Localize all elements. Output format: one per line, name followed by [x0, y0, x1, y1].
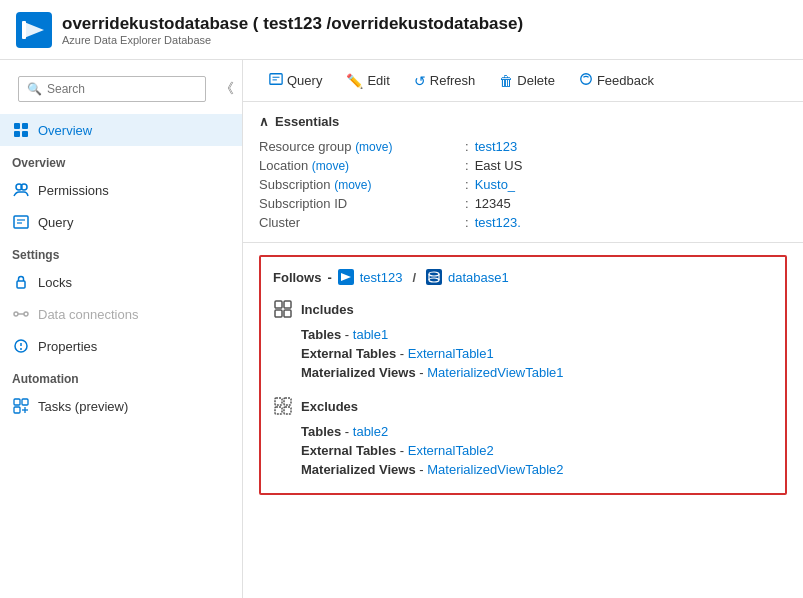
essentials-label-sub: Subscription (move) [259, 177, 459, 192]
excludes-block: Excludes Tables - table2 External Tables… [273, 396, 773, 477]
excludes-ext-tables-label: External Tables [301, 443, 396, 458]
sidebar-item-properties[interactable]: Properties [0, 330, 242, 362]
svg-point-18 [20, 348, 22, 350]
toolbar: Query ✏️ Edit ↺ Refresh 🗑 Delete [243, 60, 803, 102]
follows-header: Follows - test123 / [273, 269, 773, 285]
essentials-value-sub: Kusto_ [475, 177, 515, 192]
essentials-label-rg: Resource group (move) [259, 139, 459, 154]
essentials-value-subid: 12345 [475, 196, 511, 211]
essentials-chevron-icon: ∧ [259, 114, 269, 129]
svg-rect-5 [14, 131, 20, 137]
query-button[interactable]: Query [259, 68, 332, 93]
sub-value-link[interactable]: Kusto_ [475, 177, 515, 192]
move-link-rg[interactable]: (move) [355, 140, 392, 154]
move-link-sub[interactable]: (move) [334, 178, 371, 192]
excludes-tables-label: Tables [301, 424, 341, 439]
cluster-value-link[interactable]: test123. [475, 215, 521, 230]
excludes-header: Excludes [273, 396, 773, 416]
edit-icon: ✏️ [346, 73, 363, 89]
delete-button-label: Delete [517, 73, 555, 88]
permissions-icon [12, 181, 30, 199]
follows-path-separator: / [412, 270, 416, 285]
excludes-row-tables: Tables - table2 [273, 424, 773, 439]
sidebar-item-permissions-label: Permissions [38, 183, 109, 198]
svg-rect-40 [284, 398, 291, 405]
includes-row-external-tables: External Tables - ExternalTable1 [273, 346, 773, 361]
excludes-ext-tables-value[interactable]: ExternalTable2 [408, 443, 494, 458]
follows-db-link[interactable]: database1 [448, 270, 509, 285]
search-icon: 🔍 [27, 82, 42, 96]
excludes-mat-views-label: Materialized Views [301, 462, 416, 477]
essentials-label-subid: Subscription ID [259, 196, 459, 211]
app-header: overridekustodatabase ( test123 /overrid… [0, 0, 803, 60]
follows-label: Follows [273, 270, 321, 285]
follows-source-icon [338, 269, 354, 285]
edit-button[interactable]: ✏️ Edit [336, 69, 399, 93]
refresh-button-label: Refresh [430, 73, 476, 88]
svg-rect-6 [22, 131, 28, 137]
lock-icon [12, 273, 30, 291]
sidebar-item-overview[interactable]: Overview [0, 114, 242, 146]
includes-block: Includes Tables - table1 External Tables… [273, 299, 773, 380]
essentials-value-location: East US [475, 158, 523, 173]
includes-mat-views-value[interactable]: MaterializedViewTable1 [427, 365, 563, 380]
sidebar-section-automation: Automation [0, 362, 242, 390]
essentials-label-location: Location (move) [259, 158, 459, 173]
sidebar-item-data-connections-label: Data connections [38, 307, 138, 322]
move-link-location[interactable]: (move) [312, 159, 349, 173]
sidebar-section-overview: Overview [0, 146, 242, 174]
svg-rect-37 [275, 310, 282, 317]
collapse-sidebar-button[interactable]: 《 [216, 80, 238, 98]
header-text-group: overridekustodatabase ( test123 /overrid… [62, 14, 523, 46]
excludes-title: Excludes [301, 399, 358, 414]
query-icon [12, 213, 30, 231]
svg-rect-24 [270, 74, 282, 85]
svg-rect-41 [275, 407, 282, 414]
edit-button-label: Edit [367, 73, 389, 88]
properties-icon [12, 337, 30, 355]
sidebar-section-settings: Settings [0, 238, 242, 266]
includes-ext-tables-value[interactable]: ExternalTable1 [408, 346, 494, 361]
svg-rect-35 [275, 301, 282, 308]
svg-rect-9 [14, 216, 28, 228]
search-box[interactable]: 🔍 [18, 76, 206, 102]
excludes-icon [273, 396, 293, 416]
page-title: overridekustodatabase ( test123 /overrid… [62, 14, 523, 34]
rg-value-link[interactable]: test123 [475, 139, 518, 154]
feedback-icon [579, 72, 593, 89]
sidebar-item-query-label: Query [38, 215, 73, 230]
includes-tables-value[interactable]: table1 [353, 327, 388, 342]
sidebar-item-tasks-label: Tasks (preview) [38, 399, 128, 414]
delete-button[interactable]: 🗑 Delete [489, 69, 565, 93]
feedback-button[interactable]: Feedback [569, 68, 664, 93]
excludes-row-external-tables: External Tables - ExternalTable2 [273, 443, 773, 458]
svg-rect-38 [284, 310, 291, 317]
includes-row-tables: Tables - table1 [273, 327, 773, 342]
includes-row-materialized: Materialized Views - MaterializedViewTab… [273, 365, 773, 380]
search-input[interactable] [47, 82, 197, 96]
page-subtitle: Azure Data Explorer Database [62, 34, 523, 46]
svg-point-14 [24, 312, 28, 316]
essentials-row-rg: Resource group (move) : test123 [259, 139, 787, 154]
svg-rect-19 [14, 399, 20, 405]
sidebar-item-properties-label: Properties [38, 339, 97, 354]
excludes-mat-views-value[interactable]: MaterializedViewTable2 [427, 462, 563, 477]
svg-rect-36 [284, 301, 291, 308]
sidebar-item-overview-label: Overview [38, 123, 92, 138]
essentials-value-rg: test123 [475, 139, 518, 154]
excludes-tables-value[interactable]: table2 [353, 424, 388, 439]
app-header-icon [16, 12, 52, 48]
includes-header: Includes [273, 299, 773, 319]
sidebar-item-tasks-preview[interactable]: Tasks (preview) [0, 390, 242, 422]
follows-db-icon [426, 269, 442, 285]
essentials-row-sub: Subscription (move) : Kusto_ [259, 177, 787, 192]
essentials-grid: Resource group (move) : test123 Location… [259, 139, 787, 230]
sidebar-item-locks[interactable]: Locks [0, 266, 242, 298]
essentials-row-cluster: Cluster : test123. [259, 215, 787, 230]
content-area: Query ✏️ Edit ↺ Refresh 🗑 Delete [243, 60, 803, 598]
refresh-button[interactable]: ↺ Refresh [404, 69, 486, 93]
follows-source-link[interactable]: test123 [360, 270, 403, 285]
sidebar-item-data-connections[interactable]: Data connections [0, 298, 242, 330]
sidebar-item-permissions[interactable]: Permissions [0, 174, 242, 206]
sidebar-item-query[interactable]: Query [0, 206, 242, 238]
